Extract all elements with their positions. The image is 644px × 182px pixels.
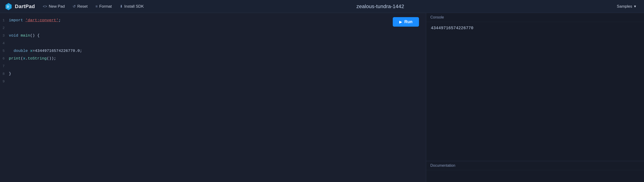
title-center: zealous-tundra-1442: [148, 3, 612, 9]
code-line-8: 8 }: [0, 70, 426, 78]
line-num-2: 2: [0, 24, 9, 32]
line-num-9: 9: [0, 78, 9, 85]
code-content-3: void main() {: [9, 32, 40, 39]
documentation-header: Documentation: [426, 161, 644, 170]
code-line-3: 3 void main() {: [0, 32, 426, 40]
code-line-4: 4: [0, 40, 426, 47]
svg-text:D: D: [7, 5, 9, 8]
new-pad-icon: <>: [43, 4, 47, 8]
editor-panel: ▶ Run 1 import 'dart:convert'; 2 3 void …: [0, 13, 426, 182]
console-output: 43449716574226770: [426, 22, 644, 34]
install-icon: ⬇: [120, 4, 123, 8]
line-num-1: 1: [0, 17, 9, 24]
console-title: Console: [430, 15, 444, 19]
line-num-4: 4: [0, 40, 9, 47]
console-panel: Console 43449716574226770: [426, 13, 644, 161]
code-editor[interactable]: 1 import 'dart:convert'; 2 3 void main()…: [0, 13, 426, 89]
line-num-8: 8: [0, 70, 9, 78]
install-sdk-button[interactable]: ⬇ Install SDK: [116, 2, 147, 10]
play-icon: ▶: [399, 20, 402, 24]
code-content-2: [9, 24, 11, 32]
format-button[interactable]: ≡ Format: [92, 2, 115, 10]
toolbar: D DartPad <> New Pad ↺ Reset ≡ Format ⬇ …: [0, 0, 644, 13]
chevron-down-icon: ▾: [634, 4, 636, 9]
code-line-6: 6 print(x.toString());: [0, 55, 426, 62]
line-num-7: 7: [0, 63, 9, 70]
code-line-7: 7: [0, 62, 426, 70]
dart-logo-icon: D: [5, 2, 12, 10]
format-label: Format: [99, 4, 112, 9]
code-line-5: 5 double x=43449716574226770.0;: [0, 47, 426, 55]
new-pad-label: New Pad: [49, 4, 65, 9]
run-label: Run: [404, 19, 412, 24]
code-content-1: import 'dart:convert';: [9, 17, 61, 24]
code-line-2: 2: [0, 24, 426, 32]
samples-button[interactable]: Samples ▾: [614, 2, 639, 10]
code-content-5: double x=43449716574226770.0;: [9, 47, 82, 55]
install-sdk-label: Install SDK: [124, 4, 144, 9]
line-num-3: 3: [0, 32, 9, 40]
documentation-panel: Documentation: [426, 161, 644, 182]
samples-label: Samples: [617, 4, 632, 9]
code-content-4: [9, 40, 11, 47]
line-num-6: 6: [0, 55, 9, 62]
console-header: Console: [426, 13, 644, 22]
pad-title: zealous-tundra-1442: [356, 3, 404, 9]
line-num-5: 5: [0, 47, 9, 55]
code-content-7: [9, 62, 11, 70]
logo-area: D DartPad: [5, 2, 35, 10]
reset-button[interactable]: ↺ Reset: [69, 2, 91, 10]
code-line-1: 1 import 'dart:convert';: [0, 17, 426, 24]
code-content-8: }: [9, 70, 11, 78]
code-content-6: print(x.toString());: [9, 55, 56, 62]
code-line-9: 9: [0, 78, 426, 85]
run-button[interactable]: ▶ Run: [393, 17, 419, 27]
right-panel: Console 43449716574226770 Documentation: [426, 13, 644, 182]
app-title: DartPad: [15, 3, 35, 9]
reset-label: Reset: [77, 4, 88, 9]
new-pad-button[interactable]: <> New Pad: [40, 2, 68, 10]
reset-icon: ↺: [72, 4, 76, 8]
format-icon: ≡: [96, 4, 98, 8]
documentation-title: Documentation: [430, 164, 456, 168]
main-layout: ▶ Run 1 import 'dart:convert'; 2 3 void …: [0, 13, 644, 182]
code-content-9: [9, 78, 11, 85]
